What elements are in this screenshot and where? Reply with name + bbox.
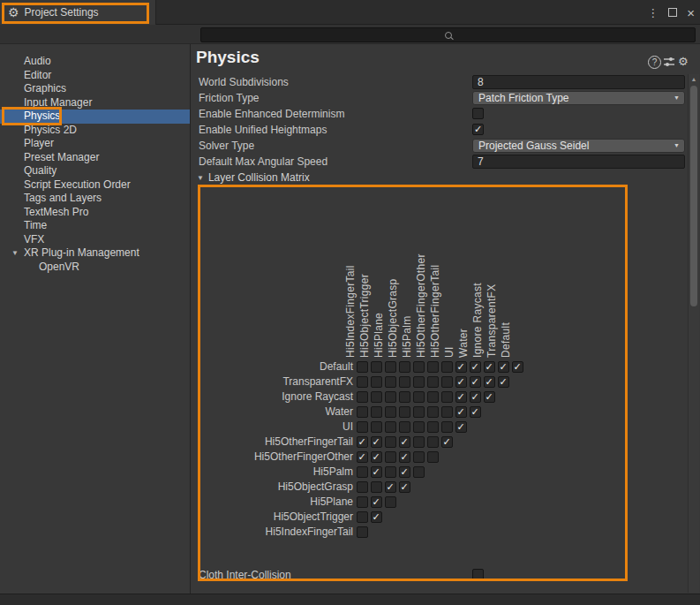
matrix-cell-transparentfx-x-hi5palm[interactable]	[413, 376, 425, 388]
matrix-cell-ignore-raycast-x-hi5objectgrasp[interactable]	[399, 391, 410, 403]
maximize-icon[interactable]	[668, 8, 677, 17]
matrix-cell-ignore-raycast-x-hi5otherfingerother[interactable]	[427, 391, 439, 403]
scrollbar-thumb[interactable]	[690, 86, 697, 306]
matrix-cell-hi5otherfingertail-x-hi5indexfingertail[interactable]: ✓	[357, 436, 368, 448]
matrix-cell-hi5objecttrigger-x-hi5objecttrigger[interactable]: ✓	[371, 511, 382, 523]
matrix-cell-hi5palm-x-hi5objectgrasp[interactable]: ✓	[399, 466, 410, 478]
matrix-cell-hi5plane-x-hi5indexfingertail[interactable]	[357, 496, 368, 508]
matrix-cell-hi5objectgrasp-x-hi5objectgrasp[interactable]: ✓	[399, 481, 410, 493]
sidebar-item-editor[interactable]: Editor	[0, 69, 190, 83]
matrix-cell-water-x-hi5indexfingertail[interactable]	[357, 406, 368, 418]
sidebar-item-vfx[interactable]: VFX	[0, 233, 190, 247]
matrix-cell-hi5otherfingerother-x-hi5objectgrasp[interactable]: ✓	[399, 451, 410, 463]
matrix-cell-default-x-hi5plane[interactable]	[385, 361, 396, 373]
sidebar-item-openvr[interactable]: OpenVR	[0, 261, 190, 275]
matrix-cell-default-x-hi5objectgrasp[interactable]	[399, 361, 410, 373]
matrix-cell-water-x-hi5otherfingertail[interactable]	[441, 406, 453, 418]
sidebar-item-quality[interactable]: Quality	[0, 164, 190, 178]
vertical-scrollbar[interactable]: ▲	[688, 74, 699, 593]
matrix-cell-default-x-hi5palm[interactable]	[413, 361, 425, 373]
matrix-cell-ui-x-ui[interactable]: ✓	[455, 421, 467, 433]
matrix-cell-transparentfx-x-hi5otherfingertail[interactable]	[441, 376, 453, 388]
matrix-cell-default-x-hi5objecttrigger[interactable]	[371, 361, 382, 373]
matrix-cell-ui-x-hi5otherfingerother[interactable]	[427, 421, 439, 433]
matrix-cell-hi5otherfingerother-x-hi5plane[interactable]	[385, 451, 396, 463]
sidebar-item-player[interactable]: Player	[0, 137, 190, 151]
matrix-cell-hi5objectgrasp-x-hi5plane[interactable]: ✓	[385, 481, 396, 493]
matrix-cell-transparentfx-x-hi5plane[interactable]	[385, 376, 396, 388]
matrix-cell-transparentfx-x-ignore-raycast[interactable]: ✓	[484, 376, 495, 388]
matrix-cell-ignore-raycast-x-hi5objecttrigger[interactable]	[371, 391, 382, 403]
matrix-cell-default-x-ignore-raycast[interactable]: ✓	[484, 361, 495, 373]
matrix-cell-hi5palm-x-hi5plane[interactable]	[385, 466, 396, 478]
matrix-cell-hi5otherfingertail-x-hi5otherfingertail[interactable]: ✓	[441, 436, 453, 448]
matrix-cell-ignore-raycast-x-water[interactable]: ✓	[470, 391, 481, 403]
matrix-cell-hi5otherfingerother-x-hi5otherfingerother[interactable]	[427, 451, 439, 463]
matrix-cell-hi5objecttrigger-x-hi5indexfingertail[interactable]	[357, 511, 368, 523]
sidebar-item-textmesh-pro[interactable]: TextMesh Pro	[0, 206, 190, 220]
matrix-cell-ignore-raycast-x-ignore-raycast[interactable]: ✓	[484, 391, 495, 403]
matrix-cell-ui-x-hi5objecttrigger[interactable]	[371, 421, 382, 433]
matrix-cell-ignore-raycast-x-hi5plane[interactable]	[385, 391, 396, 403]
matrix-cell-ui-x-hi5otherfingertail[interactable]	[441, 421, 453, 433]
sidebar-item-input-manager[interactable]: Input Manager	[0, 96, 190, 110]
matrix-cell-ignore-raycast-x-hi5palm[interactable]	[413, 391, 425, 403]
matrix-cell-transparentfx-x-ui[interactable]: ✓	[455, 376, 467, 388]
matrix-cell-hi5otherfingertail-x-hi5objecttrigger[interactable]: ✓	[371, 436, 382, 448]
matrix-cell-water-x-hi5objecttrigger[interactable]	[371, 406, 382, 418]
matrix-cell-water-x-hi5plane[interactable]	[385, 406, 396, 418]
matrix-cell-ignore-raycast-x-hi5otherfingertail[interactable]	[441, 391, 453, 403]
matrix-cell-hi5otherfingerother-x-hi5indexfingertail[interactable]: ✓	[357, 451, 368, 463]
sidebar-item-xr-plug-in-management[interactable]: ▼XR Plug-in Management	[0, 246, 190, 261]
matrix-cell-water-x-water[interactable]: ✓	[470, 406, 481, 418]
matrix-cell-hi5palm-x-hi5indexfingertail[interactable]	[357, 466, 368, 478]
sidebar-item-tags-and-layers[interactable]: Tags and Layers	[0, 192, 190, 206]
matrix-cell-ui-x-hi5plane[interactable]	[385, 421, 396, 433]
sidebar-item-preset-manager[interactable]: Preset Manager	[0, 151, 190, 165]
matrix-cell-hi5plane-x-hi5objecttrigger[interactable]: ✓	[371, 496, 382, 508]
sidebar-item-time[interactable]: Time	[0, 219, 190, 233]
sidebar-item-physics-2d[interactable]: Physics 2D	[0, 124, 190, 138]
matrix-cell-ignore-raycast-x-ui[interactable]: ✓	[455, 391, 467, 403]
matrix-cell-hi5otherfingerother-x-hi5objecttrigger[interactable]: ✓	[371, 451, 382, 463]
matrix-cell-hi5indexfingertail-x-hi5indexfingertail[interactable]	[357, 526, 368, 538]
matrix-cell-ui-x-hi5objectgrasp[interactable]	[399, 421, 410, 433]
matrix-cell-default-x-hi5indexfingertail[interactable]	[357, 361, 368, 373]
sidebar-item-graphics[interactable]: Graphics	[0, 82, 190, 96]
matrix-cell-water-x-hi5palm[interactable]	[413, 406, 425, 418]
matrix-cell-transparentfx-x-hi5otherfingerother[interactable]	[427, 376, 439, 388]
matrix-cell-hi5objectgrasp-x-hi5objecttrigger[interactable]	[371, 481, 382, 493]
matrix-cell-default-x-transparentfx[interactable]: ✓	[498, 361, 509, 373]
matrix-cell-default-x-hi5otherfingerother[interactable]	[427, 361, 439, 373]
sidebar-item-physics[interactable]: Physics	[0, 110, 190, 124]
matrix-cell-hi5otherfingertail-x-hi5plane[interactable]	[385, 436, 396, 448]
matrix-cell-hi5palm-x-hi5objecttrigger[interactable]: ✓	[371, 466, 382, 478]
window-tab[interactable]: ⚙ Project Settings	[0, 0, 156, 25]
close-icon[interactable]: ×	[687, 5, 695, 20]
search-input[interactable]	[200, 27, 696, 42]
matrix-cell-default-x-ui[interactable]: ✓	[455, 361, 467, 373]
matrix-cell-water-x-hi5otherfingerother[interactable]	[427, 406, 439, 418]
matrix-cell-water-x-ui[interactable]: ✓	[455, 406, 467, 418]
matrix-cell-transparentfx-x-water[interactable]: ✓	[470, 376, 481, 388]
matrix-cell-ignore-raycast-x-hi5indexfingertail[interactable]	[357, 391, 368, 403]
matrix-cell-ui-x-hi5palm[interactable]	[413, 421, 425, 433]
matrix-cell-hi5otherfingertail-x-hi5objectgrasp[interactable]: ✓	[399, 436, 410, 448]
cloth-inter-collision-checkbox[interactable]	[472, 569, 484, 580]
matrix-cell-hi5palm-x-hi5palm[interactable]	[413, 466, 425, 478]
sidebar-item-audio[interactable]: Audio	[0, 55, 190, 69]
matrix-cell-hi5plane-x-hi5plane[interactable]	[385, 496, 396, 508]
foldout-triangle-icon[interactable]: ▼	[11, 246, 19, 261]
matrix-cell-water-x-hi5objectgrasp[interactable]	[399, 406, 410, 418]
matrix-cell-transparentfx-x-hi5objecttrigger[interactable]	[371, 376, 382, 388]
matrix-cell-transparentfx-x-hi5objectgrasp[interactable]	[399, 376, 410, 388]
matrix-cell-hi5otherfingertail-x-hi5palm[interactable]	[413, 436, 425, 448]
scroll-up-icon[interactable]: ▲	[689, 76, 699, 82]
sidebar-item-script-execution-order[interactable]: Script Execution Order	[0, 178, 190, 193]
menu-icon[interactable]: ⋮	[647, 6, 659, 19]
matrix-cell-transparentfx-x-transparentfx[interactable]: ✓	[498, 376, 509, 388]
matrix-cell-hi5otherfingertail-x-hi5otherfingerother[interactable]	[427, 436, 439, 448]
matrix-cell-default-x-water[interactable]: ✓	[470, 361, 481, 373]
matrix-cell-default-x-default[interactable]: ✓	[512, 361, 523, 373]
matrix-cell-ui-x-hi5indexfingertail[interactable]	[357, 421, 368, 433]
